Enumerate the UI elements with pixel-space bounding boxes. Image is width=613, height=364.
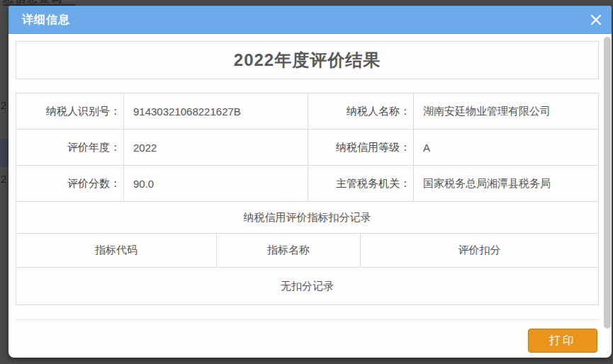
info-table: 纳税人识别号： 91430321068221627B 纳税人名称： 湖南安廷物业… xyxy=(16,93,599,305)
deduction-header-row: 指标代码 指标名称 评价扣分 xyxy=(16,234,598,268)
tax-authority-label: 主管税务机关： xyxy=(308,166,413,201)
credit-rating-value: A xyxy=(413,130,598,165)
detail-info-modal: 详细信息 2022年度评价结果 纳税人识别号： 9143032106822162… xyxy=(9,6,612,358)
close-icon xyxy=(590,14,602,25)
close-button[interactable] xyxy=(588,12,604,28)
background-page-fragment: 态信息查询 xyxy=(3,0,75,6)
info-row: 评价分数： 90.0 主管税务机关： 国家税务总局湘潭县税务局 xyxy=(16,166,598,202)
column-header-evaluation-deduction: 评价扣分 xyxy=(360,234,598,267)
empty-records-row: 无扣分记录 xyxy=(16,268,598,305)
taxpayer-id-label: 纳税人识别号： xyxy=(16,93,123,129)
result-heading: 2022年度评价结果 xyxy=(234,49,381,72)
info-row: 评价年度： 2022 纳税信用等级： A xyxy=(16,130,598,166)
deduction-section-title: 纳税信用评价指标扣分记录 xyxy=(16,202,598,233)
evaluation-year-value: 2022 xyxy=(123,130,308,165)
evaluation-year-label: 评价年度： xyxy=(16,130,123,165)
background-highlight-band xyxy=(0,139,9,167)
taxpayer-id-value: 91430321068221627B xyxy=(123,93,308,129)
modal-title: 详细信息 xyxy=(22,13,70,28)
taxpayer-name-label: 纳税人名称： xyxy=(308,93,413,129)
background-fragment-text: 态信息查询 xyxy=(3,0,75,6)
taxpayer-name-value: 湖南安廷物业管理有限公司 xyxy=(413,93,598,129)
tax-authority-value: 国家税务总局湘潭县税务局 xyxy=(413,166,598,201)
print-button[interactable]: 打印 xyxy=(528,329,597,353)
result-heading-box: 2022年度评价结果 xyxy=(16,41,599,79)
page-background: { "background": { "top_fragment_text": "… xyxy=(0,0,613,364)
empty-records-message: 无扣分记录 xyxy=(16,268,598,305)
info-row: 纳税人识别号： 91430321068221627B 纳税人名称： 湖南安廷物业… xyxy=(16,93,598,130)
column-header-indicator-name: 指标名称 xyxy=(216,234,360,267)
background-fragment-digit: 2 xyxy=(1,173,9,186)
modal-footer: 打印 xyxy=(16,319,599,353)
credit-rating-label: 纳税信用等级： xyxy=(308,130,413,165)
modal-header: 详细信息 xyxy=(9,6,612,34)
column-header-indicator-code: 指标代码 xyxy=(16,234,216,267)
modal-body: 2022年度评价结果 纳税人识别号： 91430321068221627B 纳税… xyxy=(9,41,612,353)
evaluation-score-value: 90.0 xyxy=(123,166,308,201)
vertical-scrollbar-thumb[interactable] xyxy=(604,37,611,329)
evaluation-score-label: 评价分数： xyxy=(16,166,123,201)
background-fragment-digit: 2 xyxy=(1,99,9,112)
deduction-section-row: 纳税信用评价指标扣分记录 xyxy=(16,202,598,234)
